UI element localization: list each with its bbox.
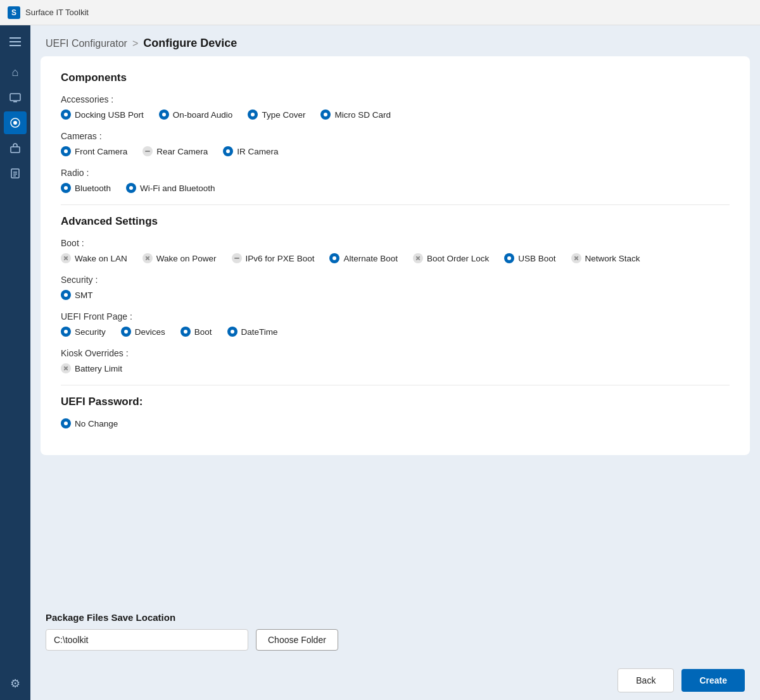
components-section-title: Components bbox=[61, 72, 730, 84]
radio-uefi-boot[interactable]: Boot bbox=[180, 327, 212, 337]
radio-dot-rear-camera bbox=[142, 146, 153, 156]
security-label: Security : bbox=[61, 275, 730, 285]
radio-dot-smt bbox=[61, 290, 71, 300]
radio-ir-camera[interactable]: IR Camera bbox=[223, 146, 278, 156]
radio-label-uefi-boot: Boot bbox=[194, 327, 212, 337]
radio-label-onboard-audio: On-board Audio bbox=[173, 110, 233, 120]
radio-wake-on-lan[interactable]: Wake on LAN bbox=[61, 253, 127, 263]
radio-label-boot-order-lock: Boot Order Lock bbox=[427, 254, 489, 263]
radio-battery-limit[interactable]: Battery Limit bbox=[61, 363, 122, 373]
radio-wake-on-power[interactable]: Wake on Power bbox=[142, 253, 217, 263]
radio-dot-uefi-security bbox=[61, 327, 71, 337]
radio-label-bluetooth: Bluetooth bbox=[75, 184, 111, 193]
accessories-radio-group: Docking USB Port On-board Audio Type Cov… bbox=[61, 109, 730, 120]
uefi-password-radio-group: No Change bbox=[61, 418, 730, 428]
radio-dot-network-stack bbox=[571, 253, 581, 263]
breadcrumb-parent[interactable]: UEFI Configurator bbox=[46, 38, 127, 49]
svg-rect-4 bbox=[11, 147, 20, 153]
breadcrumb-separator: > bbox=[132, 38, 138, 49]
components-card: Components Accessories : Docking USB Por… bbox=[41, 56, 750, 455]
advanced-settings-title: Advanced Settings bbox=[61, 215, 730, 228]
radio-bluetooth[interactable]: Bluetooth bbox=[61, 183, 111, 193]
kiosk-overrides-label: Kiosk Overrides : bbox=[61, 348, 730, 358]
accessories-label: Accessories : bbox=[61, 94, 730, 104]
title-bar: S Surface IT Toolkit bbox=[0, 0, 760, 25]
radio-boot-order-lock[interactable]: Boot Order Lock bbox=[413, 253, 489, 263]
radio-dot-wake-on-power bbox=[142, 253, 153, 263]
radio-dot-wake-on-lan bbox=[61, 253, 71, 263]
radio-uefi-security[interactable]: Security bbox=[61, 327, 106, 337]
radio-onboard-audio[interactable]: On-board Audio bbox=[159, 109, 233, 120]
radio-label-type-cover: Type Cover bbox=[262, 110, 305, 120]
radio-alternate-boot[interactable]: Alternate Boot bbox=[329, 253, 398, 263]
radio-subsection: Radio : Bluetooth Wi-Fi and Bluetooth bbox=[61, 168, 730, 193]
radio-label-no-change: No Change bbox=[75, 419, 118, 428]
kiosk-radio-group: Battery Limit bbox=[61, 363, 730, 373]
radio-label-uefi-devices: Devices bbox=[135, 327, 165, 337]
radio-radio-group: Bluetooth Wi-Fi and Bluetooth bbox=[61, 183, 730, 193]
radio-rear-camera[interactable]: Rear Camera bbox=[142, 146, 208, 156]
radio-smt[interactable]: SMT bbox=[61, 290, 93, 300]
boot-radio-group: Wake on LAN Wake on Power IPv6 for PXE B… bbox=[61, 253, 730, 263]
radio-dot-alternate-boot bbox=[329, 253, 339, 263]
main-scroll-area: Components Accessories : Docking USB Por… bbox=[30, 56, 760, 602]
radio-network-stack[interactable]: Network Stack bbox=[571, 253, 640, 263]
radio-ipv6-pxe[interactable]: IPv6 for PXE Boot bbox=[232, 253, 315, 263]
radio-no-change[interactable]: No Change bbox=[61, 418, 118, 428]
radio-dot-usb-boot bbox=[504, 253, 514, 263]
app-title: Surface IT Toolkit bbox=[25, 8, 89, 17]
radio-dot-uefi-devices bbox=[121, 327, 131, 337]
package-files-area: Package Files Save Location Choose Folde… bbox=[30, 602, 760, 661]
hamburger-menu[interactable] bbox=[4, 30, 27, 53]
sidebar-item-uefi[interactable] bbox=[4, 111, 27, 134]
radio-docking-usb-port[interactable]: Docking USB Port bbox=[61, 109, 144, 120]
radio-uefi-datetime[interactable]: DateTime bbox=[227, 327, 278, 337]
uefi-front-page-subsection: UEFI Front Page : Security Devices Bo bbox=[61, 311, 730, 337]
radio-label-smt: SMT bbox=[75, 291, 93, 300]
radio-dot-battery-limit bbox=[61, 363, 71, 373]
radio-dot-docking-usb-port bbox=[61, 109, 71, 120]
breadcrumb: UEFI Configurator > Configure Device bbox=[46, 37, 745, 50]
radio-label-wake-on-lan: Wake on LAN bbox=[75, 254, 127, 263]
sidebar-item-reports[interactable] bbox=[4, 162, 27, 185]
svg-rect-5 bbox=[11, 169, 19, 178]
radio-label-ir-camera: IR Camera bbox=[237, 147, 278, 156]
radio-micro-sd-card[interactable]: Micro SD Card bbox=[320, 109, 391, 120]
sidebar-item-devices[interactable] bbox=[4, 86, 27, 109]
uefi-front-page-radio-group: Security Devices Boot DateTime bbox=[61, 327, 730, 337]
sidebar: ⌂ ⚙ bbox=[0, 25, 30, 700]
sidebar-item-deployments[interactable] bbox=[4, 137, 27, 159]
sidebar-settings-icon[interactable]: ⚙ bbox=[4, 672, 27, 695]
back-button[interactable]: Back bbox=[618, 668, 674, 692]
create-button[interactable]: Create bbox=[681, 669, 745, 692]
sidebar-item-home[interactable]: ⌂ bbox=[4, 61, 27, 84]
cameras-label: Cameras : bbox=[61, 131, 730, 141]
radio-label-docking-usb-port: Docking USB Port bbox=[75, 110, 144, 120]
svg-rect-0 bbox=[10, 94, 20, 101]
radio-label-front-camera: Front Camera bbox=[75, 147, 127, 156]
radio-usb-boot[interactable]: USB Boot bbox=[504, 253, 555, 263]
uefi-front-page-label: UEFI Front Page : bbox=[61, 311, 730, 322]
radio-label-ipv6-pxe: IPv6 for PXE Boot bbox=[246, 254, 315, 263]
svg-rect-1 bbox=[13, 101, 17, 103]
radio-label-uefi-security: Security bbox=[75, 327, 106, 337]
radio-wifi-bluetooth[interactable]: Wi-Fi and Bluetooth bbox=[126, 183, 215, 193]
content-area: UEFI Configurator > Configure Device Com… bbox=[30, 25, 760, 700]
choose-folder-button[interactable]: Choose Folder bbox=[256, 629, 338, 651]
radio-label-wake-on-power: Wake on Power bbox=[156, 254, 217, 263]
radio-label-uefi-datetime: DateTime bbox=[241, 327, 278, 337]
radio-label-micro-sd-card: Micro SD Card bbox=[334, 110, 391, 120]
save-location-row: Choose Folder bbox=[46, 629, 745, 651]
radio-dot-uefi-boot bbox=[180, 327, 191, 337]
radio-dot-front-camera bbox=[61, 146, 71, 156]
path-input[interactable] bbox=[46, 629, 248, 651]
radio-label-battery-limit: Battery Limit bbox=[75, 364, 122, 373]
radio-front-camera[interactable]: Front Camera bbox=[61, 146, 127, 156]
radio-type-cover[interactable]: Type Cover bbox=[248, 109, 305, 120]
radio-uefi-devices[interactable]: Devices bbox=[121, 327, 165, 337]
boot-subsection: Boot : Wake on LAN Wake on Power IPv6 bbox=[61, 238, 730, 263]
radio-dot-bluetooth bbox=[61, 183, 71, 193]
security-subsection: Security : SMT bbox=[61, 275, 730, 300]
action-bar: Back Create bbox=[30, 661, 760, 700]
radio-label-alternate-boot: Alternate Boot bbox=[343, 254, 398, 263]
